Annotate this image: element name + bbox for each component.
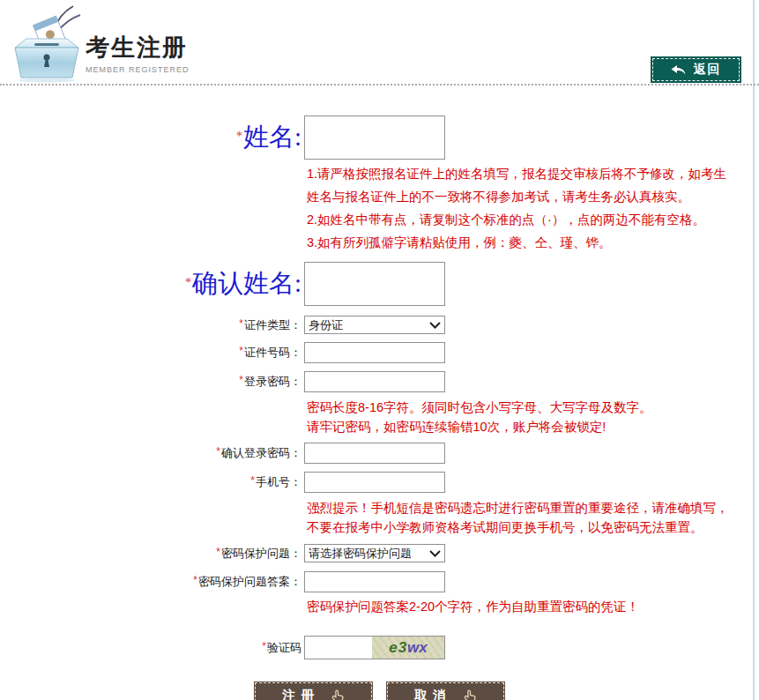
chevron-down-icon	[429, 550, 441, 557]
name-notes: 1.请严格按照报名证件上的姓名填写，报名提交审核后将不予修改，如考生 姓名与报名…	[307, 162, 759, 254]
security-question-selected-value: 请选择密码保护问题	[309, 546, 412, 562]
page-title: 考生注册	[86, 32, 190, 63]
id-number-input[interactable]	[304, 342, 445, 363]
confirm-name-input[interactable]	[304, 262, 445, 306]
note-line: 3.如有所列孤僻字请粘贴使用，例：夔、仝、瑾、铧。	[307, 231, 759, 254]
required-asterisk: *	[239, 345, 243, 357]
security-question-row: *密码保护问题： 请选择密码保护问题	[0, 544, 759, 562]
security-answer-input[interactable]	[304, 571, 445, 592]
security-question-label: *密码保护问题：	[0, 546, 304, 562]
required-asterisk: *	[239, 374, 243, 386]
captcha-image[interactable]: e3wx	[372, 637, 444, 659]
captcha-text-green: e3	[389, 639, 407, 657]
id-type-row: *证件类型： 身份证	[0, 316, 759, 334]
mobile-row: *手机号：	[0, 472, 759, 493]
ballot-box-logo-icon	[9, 4, 85, 86]
register-button-label: 注册	[282, 688, 319, 700]
security-answer-row: *密码保护问题答案：	[0, 571, 759, 592]
note-line: 强烈提示！手机短信是密码遗忘时进行密码重置的重要途径，请准确填写，	[307, 498, 759, 518]
page-subtitle: MEMBER REGISTERED	[86, 65, 190, 74]
captcha-row: *验证码 e3wx	[0, 636, 759, 659]
id-number-row: *证件号码：	[0, 342, 759, 363]
register-button[interactable]: 注册	[255, 682, 372, 700]
back-button-label: 返回	[694, 62, 722, 78]
security-question-select[interactable]: 请选择密码保护问题	[304, 544, 445, 562]
confirm-password-input[interactable]	[304, 443, 445, 464]
registration-page: 考生注册 MEMBER REGISTERED 返回 *姓名: 1.请严格按照报名…	[0, 0, 759, 700]
id-type-label: *证件类型：	[0, 317, 304, 333]
note-line: 姓名与报名证件上的不一致将不得参加考试，请考生务必认真核实。	[307, 185, 759, 208]
required-asterisk: *	[193, 574, 197, 586]
required-asterisk: *	[239, 317, 243, 330]
security-answer-notes: 密码保护问题答案2-20个字符，作为自助重置密码的凭证！	[307, 597, 759, 616]
hand-pointer-icon	[464, 689, 477, 700]
id-number-label: *证件号码：	[0, 345, 304, 361]
note-line: 2.如姓名中带有点，请复制这个标准的点（·），点的两边不能有空格。	[307, 208, 759, 231]
captcha-field: e3wx	[304, 636, 445, 659]
confirm-name-label: *确认姓名:	[0, 266, 304, 302]
captcha-label: *验证码	[0, 640, 304, 656]
back-button[interactable]: 返回	[652, 58, 740, 81]
name-row: *姓名:	[0, 115, 759, 160]
required-asterisk: *	[216, 445, 220, 458]
mobile-notes: 强烈提示！手机短信是密码遗忘时进行密码重置的重要途径，请准确填写， 不要在报考中…	[307, 498, 759, 537]
cancel-button[interactable]: 取消	[387, 682, 504, 700]
note-line: 请牢记密码，如密码连续输错10次，账户将会被锁定!	[307, 417, 759, 436]
id-type-select[interactable]: 身份证	[304, 316, 445, 334]
confirm-password-row: *确认登录密码：	[0, 443, 759, 464]
confirm-name-row: *确认姓名:	[0, 262, 759, 306]
captcha-text-purple: wx	[407, 639, 428, 657]
note-line: 密码长度8-16字符。须同时包含小写字母、大写字母及数字。	[307, 398, 759, 417]
name-label: *姓名:	[0, 120, 304, 155]
hand-pointer-icon	[331, 689, 345, 700]
security-answer-label: *密码保护问题答案：	[0, 574, 304, 590]
required-asterisk: *	[236, 130, 242, 143]
page-title-block: 考生注册 MEMBER REGISTERED	[86, 32, 190, 74]
back-arrow-icon	[671, 65, 686, 75]
required-asterisk: *	[250, 474, 255, 487]
password-input[interactable]	[304, 371, 445, 392]
registration-form: *姓名: 1.请严格按照报名证件上的姓名填写，报名提交审核后将不予修改，如考生 …	[0, 86, 759, 700]
password-row: *登录密码：	[0, 371, 759, 392]
form-actions: 注册 取消	[0, 682, 759, 700]
note-line: 不要在报考中小学教师资格考试期间更换手机号，以免密码无法重置。	[307, 518, 759, 537]
page-right-border	[753, 0, 755, 700]
required-asterisk: *	[262, 640, 266, 652]
id-type-selected-value: 身份证	[309, 317, 343, 333]
mobile-input[interactable]	[304, 472, 445, 493]
chevron-down-icon	[429, 322, 441, 329]
note-line: 密码保护问题答案2-20个字符，作为自助重置密码的凭证！	[307, 597, 759, 616]
page-header: 考生注册 MEMBER REGISTERED 返回	[0, 0, 759, 86]
cancel-button-label: 取消	[414, 688, 451, 700]
confirm-password-label: *确认登录密码：	[0, 445, 304, 461]
note-line: 1.请严格按照报名证件上的姓名填写，报名提交审核后将不予修改，如考生	[307, 162, 759, 185]
mobile-label: *手机号：	[0, 474, 304, 490]
captcha-input[interactable]	[305, 637, 372, 659]
required-asterisk: *	[185, 276, 191, 289]
password-label: *登录密码：	[0, 374, 304, 390]
required-asterisk: *	[216, 546, 220, 558]
name-input[interactable]	[304, 115, 445, 160]
password-notes: 密码长度8-16字符。须同时包含小写字母、大写字母及数字。 请牢记密码，如密码连…	[307, 398, 759, 436]
